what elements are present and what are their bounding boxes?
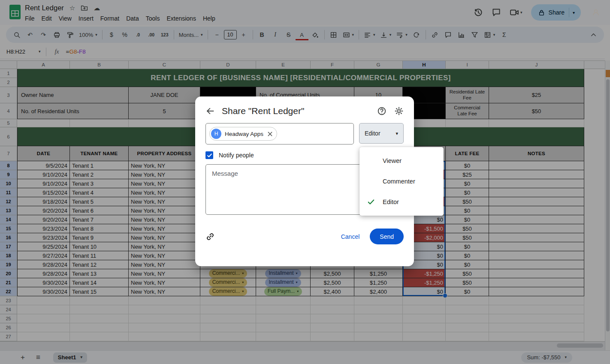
menu-item-editor[interactable]: Editor [359, 192, 444, 212]
recipient-avatar: H [211, 129, 221, 139]
menu-item-label: Editor [383, 199, 399, 205]
chevron-down-icon: ▾ [396, 131, 398, 136]
send-button[interactable]: Send [370, 229, 404, 244]
copy-link-icon[interactable] [205, 232, 215, 241]
notify-checkbox[interactable] [205, 151, 213, 159]
menu-item-viewer[interactable]: Viewer [359, 150, 444, 171]
dialog-header: Share "Rent Ledger" [195, 96, 414, 116]
recipient-chip[interactable]: H Headway Apps [209, 127, 277, 141]
menu-item-label: Commenter [383, 178, 415, 185]
dialog-title: Share "Rent Ledger" [222, 106, 377, 116]
settings-icon[interactable] [394, 106, 404, 116]
dialog-actions: Cancel Send [205, 229, 404, 244]
back-icon[interactable] [205, 106, 215, 116]
permission-menu: ViewerCommenterEditor [359, 147, 444, 216]
permission-dropdown[interactable]: Editor ▾ [359, 123, 404, 144]
notify-label: Notify people [219, 152, 254, 159]
menu-item-label: Viewer [383, 157, 402, 164]
recipient-name: Headway Apps [225, 131, 263, 137]
cancel-button[interactable]: Cancel [333, 230, 368, 244]
menu-item-commenter[interactable]: Commenter [359, 171, 444, 192]
recipients-row: H Headway Apps Editor ▾ [205, 123, 404, 144]
remove-recipient-icon[interactable] [267, 131, 273, 137]
check-icon [207, 153, 212, 158]
permission-value: Editor [365, 130, 380, 137]
check-icon [359, 198, 383, 206]
help-icon[interactable] [377, 106, 387, 116]
recipients-field[interactable]: H Headway Apps [205, 123, 354, 144]
